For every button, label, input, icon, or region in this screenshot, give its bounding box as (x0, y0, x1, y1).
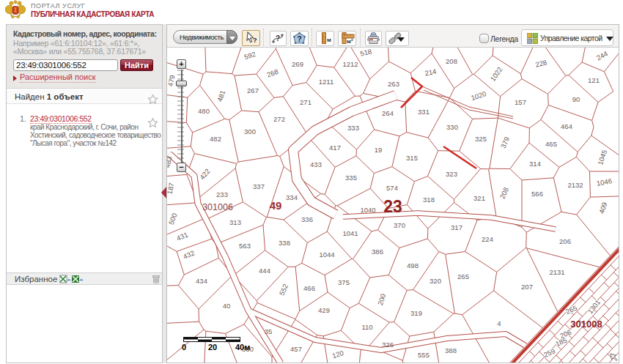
svg-text:338: 338 (279, 239, 290, 247)
svg-text:301006: 301006 (202, 202, 233, 212)
svg-text:457: 457 (290, 345, 302, 353)
svg-text:574: 574 (386, 184, 398, 192)
svg-text:1044: 1044 (319, 250, 334, 259)
svg-text:23: 23 (383, 197, 402, 216)
svg-text:422: 422 (198, 167, 212, 181)
svg-text:224: 224 (482, 235, 493, 243)
svg-text:466: 466 (303, 284, 315, 292)
svg-text:417: 417 (329, 144, 341, 152)
svg-text:1046: 1046 (596, 177, 613, 187)
svg-text:375: 375 (338, 278, 350, 286)
svg-text:518: 518 (359, 48, 372, 58)
svg-text:498: 498 (407, 261, 419, 270)
svg-text:333: 333 (347, 124, 359, 132)
svg-text:207: 207 (521, 283, 533, 291)
svg-text:1020: 1020 (470, 89, 487, 102)
svg-text:314: 314 (529, 160, 541, 168)
svg-text:330: 330 (446, 123, 458, 131)
svg-text:336: 336 (301, 215, 313, 223)
svg-text:244: 244 (595, 49, 609, 62)
svg-text:206: 206 (559, 237, 571, 245)
svg-text:555: 555 (418, 351, 430, 359)
svg-text:м: м (327, 37, 331, 43)
svg-text:313: 313 (229, 218, 241, 226)
svg-text:1041: 1041 (342, 229, 358, 237)
svg-text:337: 337 (253, 182, 265, 190)
svg-text:315: 315 (406, 154, 418, 162)
svg-text:563: 563 (239, 242, 251, 250)
svg-text:121: 121 (588, 76, 600, 84)
svg-text:120: 120 (331, 349, 344, 360)
svg-text:318: 318 (423, 196, 435, 204)
svg-text:110: 110 (361, 323, 372, 331)
svg-text:465: 465 (545, 140, 557, 148)
svg-text:444: 444 (259, 267, 270, 275)
svg-text:325: 325 (475, 135, 487, 143)
svg-text:1040: 1040 (360, 206, 375, 214)
svg-text:271: 271 (300, 98, 312, 106)
svg-text:2132: 2132 (567, 181, 583, 189)
svg-text:263: 263 (388, 80, 399, 88)
svg-text:м²: м² (347, 38, 353, 45)
svg-text:319: 319 (410, 309, 422, 317)
svg-text:90: 90 (572, 95, 580, 103)
svg-text:482: 482 (210, 135, 221, 143)
svg-text:233: 233 (216, 190, 228, 198)
svg-text:331: 331 (418, 108, 430, 116)
svg-text:268: 268 (265, 67, 279, 79)
svg-text:434: 434 (196, 277, 207, 285)
svg-text:265: 265 (457, 272, 469, 281)
svg-text:481: 481 (215, 89, 226, 103)
svg-text:386: 386 (372, 248, 383, 256)
svg-text:335: 335 (345, 174, 357, 182)
svg-text:301008: 301008 (570, 319, 602, 330)
svg-text:370: 370 (394, 221, 405, 229)
svg-text:317: 317 (451, 223, 462, 231)
svg-text:321: 321 (473, 194, 485, 202)
svg-text:1045: 1045 (596, 149, 608, 166)
svg-text:1212: 1212 (342, 60, 358, 68)
svg-text:1022: 1022 (489, 65, 504, 83)
svg-text:500: 500 (167, 212, 179, 226)
svg-text:187: 187 (167, 182, 176, 195)
svg-text:?: ? (298, 35, 302, 43)
svg-text:379: 379 (498, 135, 511, 149)
svg-text:19: 19 (375, 146, 383, 154)
svg-text:326: 326 (382, 341, 394, 349)
svg-text:429: 429 (318, 306, 330, 314)
svg-text:228: 228 (534, 59, 548, 69)
svg-text:320: 320 (430, 277, 441, 285)
svg-text:479: 479 (167, 74, 177, 87)
svg-text:566: 566 (531, 190, 543, 198)
svg-text:432: 432 (182, 248, 196, 261)
svg-text:208: 208 (498, 186, 510, 200)
svg-text:334: 334 (286, 193, 298, 201)
svg-text:208: 208 (446, 57, 457, 65)
svg-text:214: 214 (424, 67, 438, 78)
svg-text:4: 4 (497, 319, 501, 327)
svg-text:1301: 1301 (586, 298, 602, 315)
svg-text:?: ? (253, 37, 257, 44)
svg-text:300: 300 (244, 127, 256, 135)
svg-text:480: 480 (198, 107, 210, 115)
svg-text:272: 272 (273, 115, 285, 123)
svg-text:264: 264 (382, 109, 394, 117)
svg-text:200: 200 (376, 293, 387, 306)
svg-text:49: 49 (270, 199, 282, 212)
svg-text:388: 388 (445, 346, 457, 354)
svg-text:323: 323 (446, 170, 457, 178)
svg-text:40: 40 (223, 302, 231, 310)
svg-text:433: 433 (310, 160, 322, 168)
svg-text:483: 483 (167, 155, 174, 168)
svg-text:464: 464 (561, 122, 572, 130)
svg-text:552: 552 (277, 283, 290, 297)
svg-text:269: 269 (292, 60, 303, 68)
svg-text:?: ? (276, 34, 280, 42)
svg-text:35: 35 (265, 327, 273, 335)
svg-text:1211: 1211 (319, 78, 333, 86)
svg-text:157: 157 (515, 98, 526, 106)
svg-text:267: 267 (247, 86, 259, 94)
svg-text:409: 409 (597, 201, 608, 215)
svg-text:592: 592 (243, 50, 257, 61)
svg-text:431: 431 (175, 230, 189, 242)
